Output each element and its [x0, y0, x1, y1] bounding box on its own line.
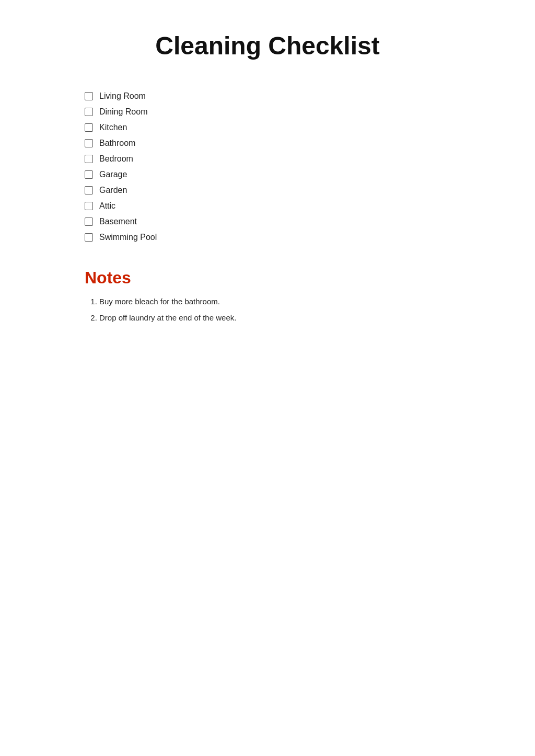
checkbox-icon[interactable] [85, 186, 93, 194]
checkbox-icon[interactable] [85, 108, 93, 116]
notes-title: Notes [85, 268, 450, 288]
checklist-item[interactable]: Bathroom [85, 139, 450, 148]
checklist-item-label: Garage [99, 170, 127, 179]
checklist-item-label: Bathroom [99, 139, 135, 148]
checklist-item[interactable]: Garage [85, 170, 450, 179]
checklist-item-label: Garden [99, 186, 127, 195]
notes-list: Buy more bleach for the bathroom.Drop of… [85, 296, 450, 324]
checklist-item[interactable]: Basement [85, 217, 450, 226]
page-title: Cleaning Checklist [85, 31, 450, 60]
notes-list-item: Buy more bleach for the bathroom. [99, 296, 450, 308]
checklist-item[interactable]: Living Room [85, 91, 450, 101]
checkbox-icon[interactable] [85, 92, 93, 100]
checklist-item-label: Dining Room [99, 107, 147, 117]
checklist-item[interactable]: Dining Room [85, 107, 450, 117]
page-container: Cleaning Checklist Living RoomDining Roo… [43, 0, 492, 359]
checkbox-icon[interactable] [85, 217, 93, 226]
checklist-item-label: Attic [99, 201, 115, 211]
checklist-item[interactable]: Garden [85, 186, 450, 195]
checkbox-icon[interactable] [85, 233, 93, 242]
checkbox-icon[interactable] [85, 202, 93, 210]
checkbox-icon[interactable] [85, 139, 93, 147]
checkbox-icon[interactable] [85, 155, 93, 163]
checklist-item-label: Living Room [99, 91, 146, 101]
checklist-item-label: Swimming Pool [99, 233, 157, 242]
checkbox-icon[interactable] [85, 123, 93, 132]
checklist-item[interactable]: Swimming Pool [85, 233, 450, 242]
checklist-item[interactable]: Attic [85, 201, 450, 211]
checklist-item[interactable]: Bedroom [85, 154, 450, 164]
notes-section: Notes Buy more bleach for the bathroom.D… [85, 268, 450, 324]
checklist-item-label: Kitchen [99, 123, 127, 132]
checklist-item[interactable]: Kitchen [85, 123, 450, 132]
checkbox-icon[interactable] [85, 170, 93, 179]
checklist-section: Living RoomDining RoomKitchenBathroomBed… [85, 91, 450, 242]
notes-list-item: Drop off laundry at the end of the week. [99, 312, 450, 324]
checklist-item-label: Bedroom [99, 154, 133, 164]
checklist-item-label: Basement [99, 217, 137, 226]
